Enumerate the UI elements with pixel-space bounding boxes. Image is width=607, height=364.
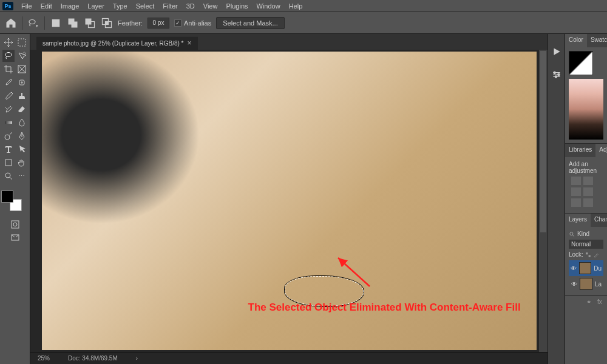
svg-point-17: [5, 173, 10, 178]
menu-window[interactable]: Window: [253, 2, 285, 10]
visibility-icon[interactable]: 👁: [571, 265, 577, 272]
blur-tool-icon[interactable]: [16, 116, 28, 129]
collapsed-panels-strip: [548, 34, 565, 364]
layer-name[interactable]: Du: [594, 265, 602, 272]
right-panels: Color Swatche Libraries Adju Add an adju…: [565, 34, 607, 364]
lasso-tool-icon[interactable]: [2, 50, 15, 62]
menu-layer[interactable]: Layer: [83, 2, 109, 10]
close-icon[interactable]: ×: [188, 39, 192, 47]
visibility-icon[interactable]: 👁: [571, 281, 577, 288]
menu-file[interactable]: File: [17, 2, 36, 10]
adjustments-panel-body: Add an adjustmen: [565, 157, 607, 213]
color-swatch[interactable]: [569, 51, 593, 75]
healing-tool-icon[interactable]: [16, 76, 28, 89]
svg-point-0: [29, 19, 35, 24]
layer-name[interactable]: La: [595, 281, 602, 288]
svg-rect-27: [589, 255, 591, 257]
arrow-annotation-icon: [333, 253, 376, 289]
chevron-right-icon[interactable]: ›: [136, 355, 138, 362]
eyedropper-tool-icon[interactable]: [2, 76, 15, 89]
menu-edit[interactable]: Edit: [36, 2, 56, 10]
quickmask-icon[interactable]: [9, 218, 21, 231]
zoom-level[interactable]: 25%: [38, 355, 50, 362]
layers-footer: ⚭ fx: [565, 295, 607, 308]
fx-icon[interactable]: fx: [597, 298, 605, 306]
svg-rect-1: [52, 19, 60, 27]
layers-panel-tabs: Layers Chann: [565, 214, 607, 227]
menu-help[interactable]: Help: [285, 2, 307, 10]
anti-alias-checkbox[interactable]: ✓ Anti-alias: [174, 19, 211, 27]
menu-3d[interactable]: 3D: [182, 2, 199, 10]
color-gradient[interactable]: [569, 79, 603, 140]
lock-transparent-icon[interactable]: [585, 252, 591, 258]
menu-type[interactable]: Type: [109, 2, 132, 10]
selection-subtract-icon[interactable]: [84, 17, 96, 29]
play-icon[interactable]: [551, 46, 562, 57]
selection-add-icon[interactable]: [67, 17, 79, 29]
menu-image[interactable]: Image: [56, 2, 84, 10]
exposure-icon[interactable]: [583, 187, 593, 196]
layer-row[interactable]: 👁 La: [569, 276, 603, 292]
layer-row[interactable]: 👁 Du: [569, 260, 603, 276]
search-icon[interactable]: [569, 231, 575, 237]
foreground-color[interactable]: [1, 190, 13, 203]
menu-select[interactable]: Select: [132, 2, 159, 10]
gradient-tool-icon[interactable]: [2, 116, 15, 129]
lock-brush-icon[interactable]: [593, 252, 599, 258]
scrollbar-thumb[interactable]: [540, 51, 546, 232]
path-select-tool-icon[interactable]: [16, 143, 28, 155]
vertical-scrollbar[interactable]: [539, 50, 548, 352]
svg-rect-26: [586, 252, 588, 254]
crop-tool-icon[interactable]: [2, 63, 15, 75]
hue-icon[interactable]: [583, 198, 593, 207]
tab-adjustments[interactable]: Adju: [595, 144, 607, 157]
tab-layers[interactable]: Layers: [565, 214, 591, 227]
selection-new-icon[interactable]: [50, 17, 62, 29]
select-and-mask-button[interactable]: Select and Mask...: [216, 17, 285, 29]
brush-tool-icon[interactable]: [2, 90, 15, 102]
vibrance-icon[interactable]: [571, 198, 581, 207]
eraser-tool-icon[interactable]: [16, 103, 28, 115]
link-icon[interactable]: ⚭: [586, 298, 594, 306]
svg-rect-18: [12, 221, 19, 228]
menu-plugins[interactable]: Plugins: [222, 2, 252, 10]
curves-icon[interactable]: [571, 187, 581, 196]
layer-thumbnail: [580, 278, 592, 290]
tab-color[interactable]: Color: [565, 34, 587, 47]
tab-channels[interactable]: Chann: [591, 214, 607, 227]
document-tab[interactable]: sample photo.jpg @ 25% (Duplicate Layer,…: [36, 36, 198, 50]
zoom-tool-icon[interactable]: [2, 170, 15, 182]
adjustments-icon[interactable]: [551, 69, 562, 80]
selection-intersect-icon[interactable]: [101, 17, 113, 29]
blend-mode-select[interactable]: Normal: [569, 240, 603, 249]
marquee-tool-icon[interactable]: [16, 36, 28, 49]
move-tool-icon[interactable]: [2, 36, 15, 49]
tab-libraries[interactable]: Libraries: [565, 144, 595, 157]
lasso-tool-icon[interactable]: ▾: [27, 17, 39, 29]
svg-point-25: [570, 232, 573, 235]
menu-filter[interactable]: Filter: [158, 2, 181, 10]
menu-view[interactable]: View: [199, 2, 222, 10]
home-icon[interactable]: [5, 17, 17, 29]
edit-toolbar-icon[interactable]: ⋯: [16, 170, 28, 182]
color-picker[interactable]: [1, 190, 19, 209]
dodge-tool-icon[interactable]: [2, 130, 15, 142]
canvas[interactable]: The Selected Object Eliminated With Cont…: [30, 50, 548, 352]
svg-rect-9: [18, 39, 25, 46]
quick-select-tool-icon[interactable]: [16, 50, 28, 62]
levels-icon[interactable]: [583, 177, 593, 185]
svg-rect-8: [106, 21, 109, 24]
svg-rect-14: [5, 121, 12, 124]
clone-stamp-tool-icon[interactable]: [16, 90, 28, 102]
frame-tool-icon[interactable]: [16, 63, 28, 75]
history-brush-tool-icon[interactable]: [2, 103, 15, 115]
brightness-icon[interactable]: [571, 177, 581, 185]
pen-tool-icon[interactable]: [16, 130, 28, 142]
hand-tool-icon[interactable]: [16, 157, 28, 169]
tab-swatches[interactable]: Swatche: [587, 34, 607, 47]
svg-point-24: [555, 76, 557, 78]
screenmode-icon[interactable]: [9, 232, 21, 244]
feather-input[interactable]: [148, 18, 169, 29]
shape-tool-icon[interactable]: [2, 157, 15, 169]
type-tool-icon[interactable]: [2, 143, 15, 155]
